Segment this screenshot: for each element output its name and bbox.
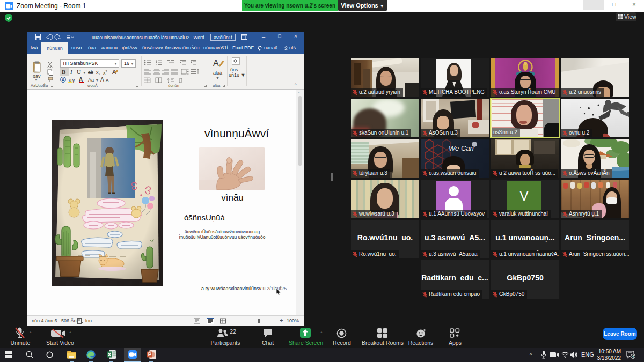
svg-text:4: 4 [632,354,634,359]
